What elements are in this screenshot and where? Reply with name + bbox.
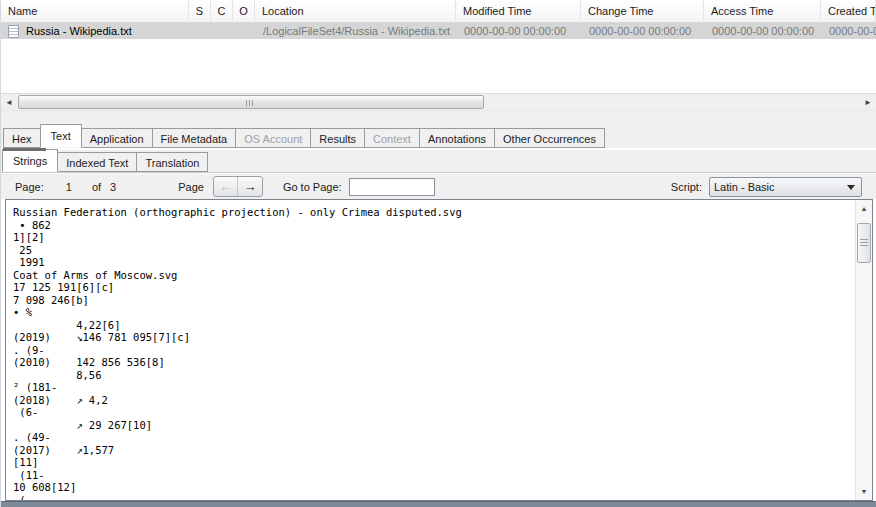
horizontal-scrollbar-thumb[interactable] — [18, 95, 484, 109]
total-pages-value: 3 — [110, 181, 116, 193]
tab-application[interactable]: Application — [81, 128, 153, 148]
file-name-label: Russia - Wikipedia.txt — [26, 23, 132, 39]
file-icon — [8, 25, 19, 38]
previous-page-icon: ← — [214, 177, 238, 196]
access-time-cell: 0000-00-00 00:00:00 — [704, 23, 821, 39]
chevron-down-icon — [847, 185, 855, 190]
strings-text-viewer[interactable]: Russian Federation (orthographic project… — [5, 199, 873, 501]
text-vertical-scrollbar[interactable]: ▲ ▼ — [855, 200, 872, 500]
column-header-location[interactable]: Location — [255, 0, 456, 23]
tab-os-account: OS Account — [235, 128, 311, 148]
next-page-icon[interactable]: → — [238, 177, 262, 196]
change-time-cell: 0000-00-00 00:00:00 — [581, 23, 704, 39]
scroll-up-icon[interactable]: ▲ — [856, 201, 872, 216]
tab-results[interactable]: Results — [310, 128, 365, 148]
created-time-cell: 0000-00-00 00:00:00 — [821, 23, 876, 39]
scroll-right-icon[interactable]: ► — [860, 94, 876, 111]
tab-indexed-text[interactable]: Indexed Text — [57, 152, 137, 172]
column-header-o[interactable]: O — [233, 0, 255, 23]
tab-text[interactable]: Text — [40, 124, 82, 148]
tab-file-metadata[interactable]: File Metadata — [152, 128, 237, 148]
column-header-s[interactable]: S — [189, 0, 211, 23]
tab-annotations[interactable]: Annotations — [419, 128, 495, 148]
goto-page-input[interactable] — [349, 178, 435, 196]
file-table: Name S C O Location Modified Time Change… — [1, 0, 876, 93]
file-table-header: Name S C O Location Modified Time Change… — [1, 0, 876, 23]
script-label: Script: — [671, 181, 702, 193]
column-header-modified-time[interactable]: Modified Time — [456, 0, 581, 23]
modified-time-cell: 0000-00-00 00:00:00 — [456, 23, 581, 39]
tab-other-occurrences[interactable]: Other Occurrences — [494, 128, 605, 148]
tab-translation[interactable]: Translation — [136, 152, 208, 172]
page-nav-label: Page — [178, 181, 204, 193]
tab-hex[interactable]: Hex — [3, 128, 41, 148]
forensic-file-viewer-window: Name S C O Location Modified Time Change… — [0, 0, 876, 507]
scroll-left-icon[interactable]: ◄ — [1, 94, 17, 111]
script-selected-value: Latin - Basic — [714, 181, 775, 193]
window-bottom-edge — [1, 501, 876, 507]
scroll-down-icon[interactable]: ▼ — [856, 484, 872, 499]
goto-page-label: Go to Page: — [283, 181, 342, 193]
pager-toolbar: Page: 1 of 3 Page ← → Go to Page: Script… — [1, 173, 876, 199]
file-name-cell[interactable]: Russia - Wikipedia.txt — [1, 23, 189, 39]
column-header-name[interactable]: Name — [1, 0, 189, 23]
location-cell: /LogicalFileSet4/Russia - Wikipedia.txt — [255, 23, 456, 39]
pane-divider — [1, 110, 876, 124]
content-viewer-tab-bar: Hex Text Application File Metadata OS Ac… — [1, 124, 876, 148]
table-row[interactable]: Russia - Wikipedia.txt /LogicalFileSet4/… — [1, 23, 876, 39]
text-view-tab-bar: Strings Indexed Text Translation — [1, 150, 876, 173]
table-horizontal-scrollbar[interactable]: ◄ ► — [1, 93, 876, 110]
script-dropdown[interactable]: Latin - Basic — [709, 177, 862, 197]
occurrences-cell — [233, 23, 255, 39]
strings-text: Russian Federation (orthographic project… — [6, 200, 872, 501]
tab-context: Context — [364, 128, 420, 148]
comment-cell — [211, 23, 233, 39]
of-label: of — [92, 181, 101, 193]
column-header-c[interactable]: C — [211, 0, 233, 23]
tab-strings[interactable]: Strings — [2, 149, 58, 172]
current-page-value: 1 — [66, 181, 72, 193]
column-header-access-time[interactable]: Access Time — [704, 0, 821, 23]
column-header-created-time[interactable]: Created Time — [821, 0, 876, 23]
column-header-change-time[interactable]: Change Time — [581, 0, 704, 23]
tab-focus-indicator — [3, 148, 46, 151]
page-nav-buttons: ← → — [213, 176, 263, 197]
score-cell — [189, 23, 211, 39]
page-label: Page: — [15, 181, 44, 193]
vertical-scrollbar-thumb[interactable] — [857, 223, 871, 263]
